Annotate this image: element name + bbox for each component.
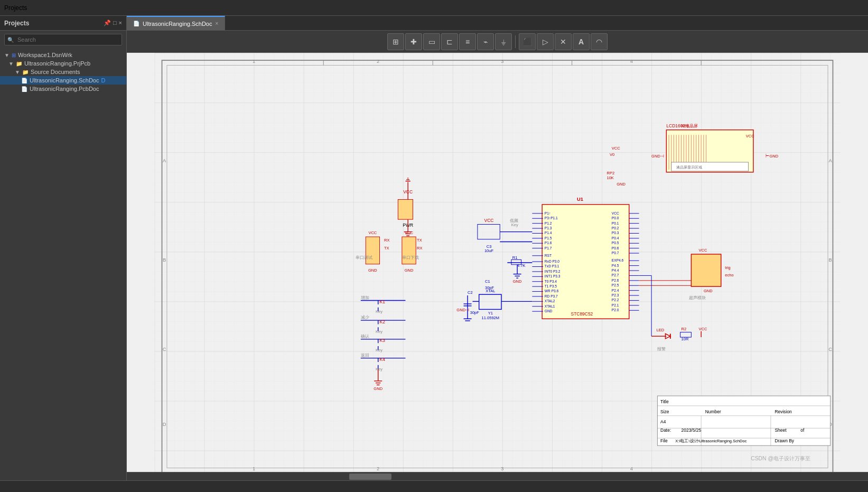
float-icon[interactable]: □	[113, 20, 117, 26]
svg-text:P4.4: P4.4	[612, 268, 619, 272]
svg-text:10R: 10R	[682, 337, 689, 341]
svg-text:P2.5: P2.5	[612, 283, 619, 287]
svg-text:B: B	[163, 257, 166, 263]
tool-gnd[interactable]: ⏚	[495, 33, 512, 50]
svg-text:File: File	[660, 438, 668, 443]
tab-schematic[interactable]: 📄 UltrasonicRanging.SchDoc ×	[127, 16, 225, 30]
svg-text:A: A	[163, 157, 166, 163]
svg-text:echo: echo	[725, 273, 733, 277]
svg-text:Drawn By: Drawn By	[774, 438, 794, 443]
svg-text:INT1 P3.3: INT1 P3.3	[545, 274, 561, 278]
svg-text:确认: 确认	[360, 334, 369, 339]
svg-text:TxD P3.1: TxD P3.1	[545, 264, 559, 268]
tree-schematic-file[interactable]: 📄 UltrasonicRanging.SchDoc D	[0, 76, 126, 85]
svg-text:VCC: VCC	[746, 134, 754, 138]
svg-text:GND: GND	[704, 289, 713, 293]
tool-bus2[interactable]: ⌁	[477, 33, 494, 50]
svg-text:Number: Number	[705, 409, 721, 414]
svg-text:Key: Key	[376, 348, 382, 352]
svg-text:C: C	[828, 346, 832, 352]
svg-text:INT0 P3.2: INT0 P3.2	[545, 270, 561, 273]
main-layout: Projects 📌 □ × 🔍 ▼ ⊞ Workspace1.DsnWrk ▼…	[0, 16, 868, 480]
svg-text:4: 4	[630, 466, 633, 471]
tool-arc[interactable]: ◠	[591, 33, 608, 50]
svg-text:P0.7: P0.7	[612, 251, 619, 255]
svg-text:LED: LED	[657, 328, 665, 332]
svg-text:VCC: VCC	[484, 218, 494, 223]
tool-place-net[interactable]: ⊏	[441, 33, 458, 50]
svg-text:of: of	[800, 428, 805, 433]
svg-text:P0.1: P0.1	[612, 221, 619, 225]
tree-source-docs[interactable]: ▼ 📁 Source Documents	[0, 68, 126, 76]
schematic-canvas[interactable]: 1 2 3 4 1 2 3 4 A B C D A B C D	[127, 53, 868, 480]
svg-text:P1.7: P1.7	[545, 246, 552, 250]
svg-text:R2: R2	[682, 327, 687, 331]
pcb-file-icon: 📄	[21, 86, 27, 92]
tree-project[interactable]: ▼ 📁 UltrasonicRanging.PrjPcb	[0, 59, 126, 68]
close-icon[interactable]: ×	[119, 20, 122, 26]
svg-text:VCC: VCC	[698, 248, 707, 253]
svg-text:1: 1	[253, 58, 255, 64]
tool-text[interactable]: A	[573, 33, 590, 50]
svg-text:串口调试: 串口调试	[356, 255, 372, 260]
svg-text:D: D	[163, 421, 166, 427]
svg-text:VCC: VCC	[698, 327, 707, 331]
svg-text:K3: K3	[380, 338, 386, 343]
svg-text:串口下载: 串口下载	[402, 255, 419, 260]
svg-text:XTAL1: XTAL1	[545, 304, 555, 308]
svg-text:T0 P3.4: T0 P3.4	[545, 280, 557, 283]
svg-text:VCC: VCC	[405, 230, 413, 235]
svg-text:11.0592M: 11.0592M	[482, 315, 499, 320]
source-docs-label: Source Documents	[31, 69, 80, 75]
pin-icon[interactable]: 📌	[104, 20, 111, 26]
svg-text:P1↑: P1↑	[545, 211, 550, 215]
svg-text:Title: Title	[660, 399, 669, 404]
top-bar-title: Projects	[4, 4, 27, 12]
tool-noconnect[interactable]: ✕	[555, 33, 572, 50]
svg-text:⊢GND: ⊢GND	[766, 154, 778, 159]
source-expand-icon: ▼	[15, 69, 20, 75]
svg-text:B: B	[829, 257, 832, 263]
svg-text:液品屏显示区域: 液品屏显示区域	[676, 165, 702, 169]
svg-text:RST: RST	[545, 254, 552, 257]
svg-text:K4: K4	[380, 357, 386, 362]
search-input[interactable]	[4, 34, 122, 45]
svg-text:GND: GND	[405, 268, 414, 273]
scrollbar-thumb-h[interactable]	[349, 474, 391, 480]
source-folder-icon: 📁	[22, 69, 29, 75]
svg-text:P4.5: P4.5	[612, 264, 619, 267]
svg-text:增加: 增加	[360, 295, 369, 300]
svg-text:P2.3: P2.3	[612, 293, 619, 297]
sidebar: Projects 📌 □ × 🔍 ▼ ⊞ Workspace1.DsnWrk ▼…	[0, 16, 127, 480]
svg-text:GND: GND	[368, 268, 377, 273]
svg-text:减少: 减少	[361, 315, 369, 320]
tree-workspace[interactable]: ▼ ⊞ Workspace1.DsnWrk	[0, 51, 126, 59]
tool-bus[interactable]: ≡	[459, 33, 476, 50]
pcb-file-label: UltrasonicRanging.PcbDoc	[30, 86, 99, 92]
svg-text:P2.6: P2.6	[612, 279, 619, 282]
svg-text:超声模块: 超声模块	[689, 295, 706, 300]
svg-text:VCC: VCC	[612, 146, 620, 151]
svg-text:GND: GND	[617, 182, 626, 187]
tab-close-button[interactable]: ×	[215, 21, 218, 26]
svg-text:Date:: Date:	[660, 428, 671, 433]
svg-text:VCC: VCC	[368, 230, 377, 235]
svg-text:3: 3	[501, 58, 503, 64]
tool-filter[interactable]: ⊞	[387, 33, 404, 50]
svg-text:GND: GND	[513, 279, 522, 284]
tree-pcb-file[interactable]: 📄 UltrasonicRanging.PcbDoc	[0, 85, 126, 93]
svg-text:P0.6: P0.6	[612, 246, 619, 250]
project-expand-icon: ▼	[8, 61, 14, 67]
svg-text:P1.6: P1.6	[545, 241, 552, 245]
workspace-label: Workspace1.DsnWrk	[18, 52, 72, 58]
svg-text:GND⊣: GND⊣	[456, 308, 469, 312]
svg-text:CSDN @电子设计万事至: CSDN @电子设计万事至	[751, 456, 810, 461]
tool-port[interactable]: ▷	[537, 33, 554, 50]
tool-add-wire[interactable]: ✚	[405, 33, 422, 50]
svg-text:P3↑P1.1: P3↑P1.1	[545, 216, 558, 220]
svg-text:P1.2: P1.2	[545, 221, 552, 225]
tool-component[interactable]: ⬛	[519, 33, 536, 50]
horizontal-scrollbar[interactable]	[127, 472, 868, 480]
tool-rectangle[interactable]: ▭	[423, 33, 440, 50]
content-area: 📄 UltrasonicRanging.SchDoc × ⊞ ✚ ▭ ⊏ ≡ ⌁…	[127, 16, 868, 480]
